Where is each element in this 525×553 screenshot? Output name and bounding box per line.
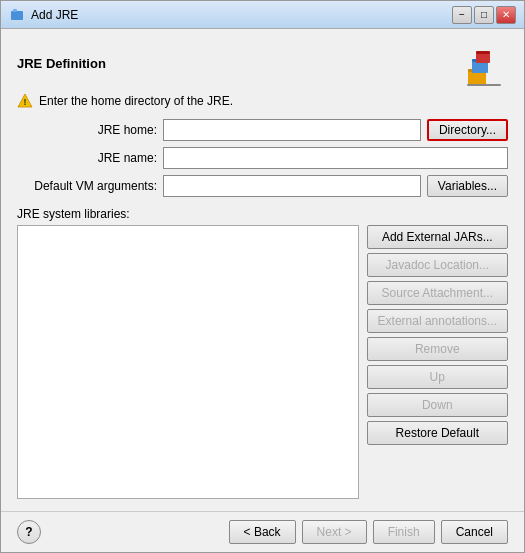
jre-home-input[interactable] (163, 119, 421, 141)
directory-button[interactable]: Directory... (427, 119, 508, 141)
warning-message: ! Enter the home directory of the JRE. (17, 93, 233, 109)
next-button[interactable]: Next > (302, 520, 367, 544)
back-button[interactable]: < Back (229, 520, 296, 544)
libraries-area: Add External JARs... Javadoc Location...… (17, 225, 508, 499)
jre-name-label: JRE name: (17, 151, 157, 165)
source-attachment-button[interactable]: Source Attachment... (367, 281, 508, 305)
cancel-button[interactable]: Cancel (441, 520, 508, 544)
warning-text-row: ! Enter the home directory of the JRE. (17, 93, 508, 109)
footer-buttons: < Back Next > Finish Cancel (229, 520, 508, 544)
title-bar: Add JRE − □ ✕ (1, 1, 524, 29)
warning-icon: ! (17, 93, 33, 109)
add-jre-window: Add JRE − □ ✕ JRE Definition (0, 0, 525, 553)
warning-label: Enter the home directory of the JRE. (39, 94, 233, 108)
books-icon (460, 41, 508, 89)
external-annotations-button[interactable]: External annotations... (367, 309, 508, 333)
warning-section: JRE Definition (17, 56, 106, 75)
restore-default-button[interactable]: Restore Default (367, 421, 508, 445)
dialog-content: JRE Definition ! Enter the home d (1, 29, 524, 511)
svg-rect-6 (476, 53, 490, 63)
header-row: JRE Definition (17, 41, 508, 89)
jre-name-input[interactable] (163, 147, 508, 169)
help-button[interactable]: ? (17, 520, 41, 544)
dialog-footer: ? < Back Next > Finish Cancel (1, 511, 524, 552)
svg-rect-7 (476, 51, 490, 54)
jre-home-row: JRE home: Directory... (17, 119, 508, 141)
down-button[interactable]: Down (367, 393, 508, 417)
javadoc-location-button[interactable]: Javadoc Location... (367, 253, 508, 277)
jre-name-row: JRE name: (17, 147, 508, 169)
title-controls: − □ ✕ (452, 6, 516, 24)
form-fields: JRE home: Directory... JRE name: Default… (17, 119, 508, 197)
libraries-list[interactable] (17, 225, 359, 499)
finish-button[interactable]: Finish (373, 520, 435, 544)
svg-rect-8 (467, 84, 501, 86)
remove-button[interactable]: Remove (367, 337, 508, 361)
section-title: JRE Definition (17, 56, 106, 71)
window-title: Add JRE (31, 8, 452, 22)
vm-args-input[interactable] (163, 175, 421, 197)
svg-text:!: ! (24, 97, 27, 107)
minimize-button[interactable]: − (452, 6, 472, 24)
variables-button[interactable]: Variables... (427, 175, 508, 197)
libraries-buttons: Add External JARs... Javadoc Location...… (367, 225, 508, 499)
vm-args-row: Default VM arguments: Variables... (17, 175, 508, 197)
vm-args-label: Default VM arguments: (17, 179, 157, 193)
window-icon (9, 7, 25, 23)
up-button[interactable]: Up (367, 365, 508, 389)
svg-rect-1 (13, 9, 17, 12)
svg-rect-0 (11, 11, 23, 20)
jre-home-label: JRE home: (17, 123, 157, 137)
maximize-button[interactable]: □ (474, 6, 494, 24)
libraries-label: JRE system libraries: (17, 207, 508, 221)
close-button[interactable]: ✕ (496, 6, 516, 24)
svg-rect-2 (468, 71, 486, 85)
add-external-jars-button[interactable]: Add External JARs... (367, 225, 508, 249)
